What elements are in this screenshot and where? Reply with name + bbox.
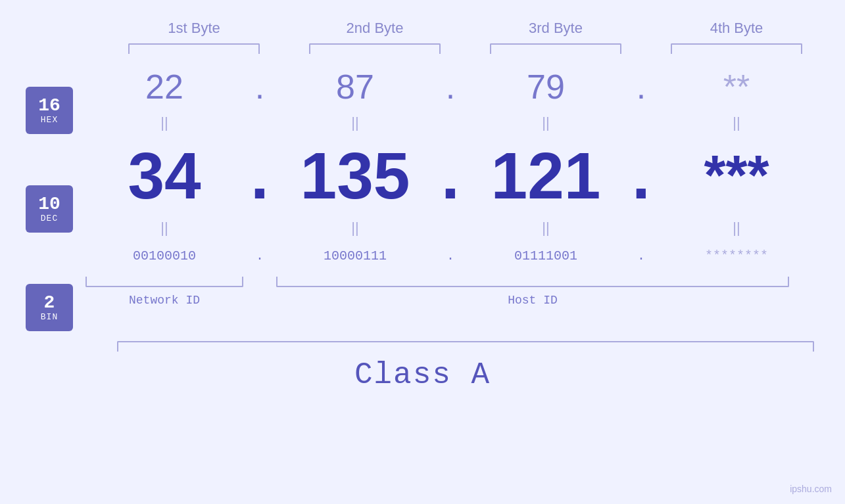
dec-b1: 34	[85, 138, 243, 214]
hex-b4: **	[658, 67, 815, 106]
equals-row-2: || || || ||	[85, 218, 822, 238]
dec-b2: 135	[276, 138, 434, 214]
dec-badge-number: 10	[38, 195, 60, 214]
bin-dot-3: .	[625, 248, 658, 263]
eq2-b3: ||	[467, 219, 625, 237]
hex-b3: 79	[467, 67, 625, 106]
dec-dot-3: .	[625, 138, 658, 214]
bin-row: 00100010 . 10000111 . 01111001 .	[85, 238, 822, 274]
bracket-top-1	[128, 43, 260, 54]
eq2-b4: ||	[658, 219, 815, 237]
eq2-b2: ||	[276, 219, 434, 237]
class-label: Class A	[354, 358, 491, 392]
equals-row-1: || || || ||	[85, 113, 822, 133]
labels-row: Network ID Host ID	[85, 287, 822, 313]
dec-badge-label: DEC	[41, 214, 58, 223]
byte2-header: 2nd Byte	[296, 20, 454, 37]
eq1-b4: ||	[658, 114, 815, 131]
bin-b2: 10000111	[276, 248, 434, 263]
class-row: Class A	[0, 352, 845, 392]
bracket-top-4	[671, 43, 802, 54]
eq1-b1: ||	[85, 114, 243, 131]
bin-b3: 01111001	[467, 248, 625, 263]
dec-badge: 10 DEC	[26, 185, 73, 233]
network-id-label: Network ID	[85, 294, 243, 307]
bin-dot-2: .	[434, 248, 467, 263]
bin-dot-1: .	[243, 248, 276, 263]
top-brackets	[104, 43, 827, 54]
bracket-network	[85, 277, 243, 287]
eq1-b2: ||	[276, 114, 434, 131]
byte3-header: 3rd Byte	[477, 20, 635, 37]
bracket-top-3	[490, 43, 621, 54]
bin-b4: ********	[658, 248, 815, 263]
hex-badge-number: 16	[38, 97, 60, 115]
dec-dot-2: .	[434, 138, 467, 214]
badges-column: 16 HEX 10 DEC 2 BIN	[0, 60, 85, 338]
hex-badge-label: HEX	[41, 115, 58, 125]
eq1-b3: ||	[467, 114, 625, 131]
bin-badge-label: BIN	[41, 312, 58, 322]
hex-row: 22 . 87 . 79 . **	[85, 60, 822, 113]
bottom-brackets	[85, 274, 822, 287]
hex-dot-1: .	[243, 67, 276, 106]
byte1-header: 1st Byte	[115, 20, 273, 37]
main-container: 1st Byte 2nd Byte 3rd Byte 4th Byte 16 H…	[0, 0, 845, 504]
watermark: ipshu.com	[790, 484, 832, 494]
bin-b1: 00100010	[85, 248, 243, 263]
dec-b3: 121	[467, 138, 625, 214]
bracket-top-2	[309, 43, 441, 54]
values-column: 22 . 87 . 79 . **	[85, 60, 845, 338]
byte-headers: 1st Byte 2nd Byte 3rd Byte 4th Byte	[104, 20, 827, 37]
hex-b2: 87	[276, 67, 434, 106]
hex-badge: 16 HEX	[26, 87, 73, 134]
byte4-header: 4th Byte	[658, 20, 815, 37]
bin-badge: 2 BIN	[26, 284, 73, 331]
outer-bracket-top	[117, 341, 814, 352]
hex-b1: 22	[85, 67, 243, 106]
dec-dot-1: .	[243, 138, 276, 214]
hex-dot-2: .	[434, 67, 467, 106]
bin-badge-number: 2	[44, 294, 55, 312]
host-id-label: Host ID	[276, 294, 789, 307]
eq2-b1: ||	[85, 219, 243, 237]
dec-b4: ***	[658, 143, 815, 208]
content-block: 16 HEX 10 DEC 2 BIN 22 .	[0, 60, 845, 338]
hex-dot-3: .	[625, 67, 658, 106]
bracket-host	[276, 277, 789, 287]
dec-row: 34 . 135 . 121 . ***	[85, 133, 822, 218]
